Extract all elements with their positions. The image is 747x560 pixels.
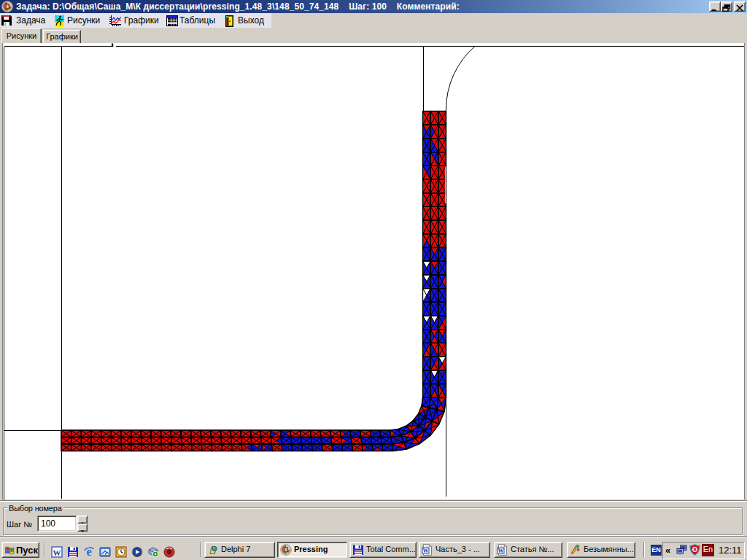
svg-text:W: W [498,548,504,554]
svg-text:W: W [423,548,429,554]
svg-text:W: W [53,548,61,557]
